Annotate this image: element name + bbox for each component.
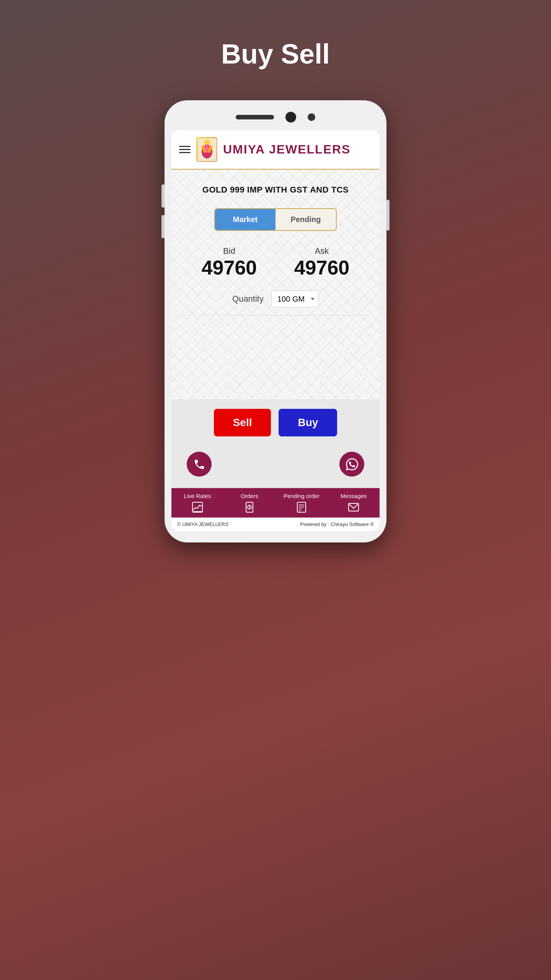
messages-icon: [348, 501, 359, 514]
nav-orders[interactable]: Orders: [223, 493, 276, 514]
quantity-select[interactable]: 100 GM 10 GM 50 GM 500 GM 1 KG: [271, 291, 319, 307]
action-buttons: Sell Buy: [183, 409, 368, 436]
powered-by: Powered by : Chirayu Software ®: [300, 521, 374, 527]
pending-order-label: Pending order: [284, 493, 320, 499]
tab-group: Market Pending: [214, 208, 337, 231]
app-header: UMIYA JEWELLERS: [171, 130, 380, 170]
bottom-nav: Live Rates Orders: [171, 488, 380, 518]
market-tab[interactable]: Market: [215, 209, 276, 230]
volume-up-button: [161, 185, 165, 207]
bid-section: Bid 49760: [183, 246, 276, 279]
phone-icon: [193, 458, 205, 470]
phone-screen: UMIYA JEWELLERS GOLD 999 IMP WITH GST AN…: [171, 130, 380, 531]
whatsapp-button[interactable]: [339, 452, 364, 477]
phone-speaker: [236, 115, 274, 119]
phone-camera: [285, 112, 296, 122]
volume-down-button: [161, 215, 165, 238]
phone-notch: [171, 112, 380, 122]
orders-label: Orders: [241, 493, 258, 499]
logo-image: [197, 138, 217, 161]
svg-line-11: [249, 507, 250, 508]
main-content: GOLD 999 IMP WITH GST AND TCS Market Pen…: [171, 170, 380, 399]
ask-label: Ask: [315, 246, 329, 256]
copyright: © UMIYA JEWELLERS: [177, 521, 228, 527]
bid-value: 49760: [202, 256, 257, 279]
svg-rect-6: [192, 502, 202, 512]
buy-button[interactable]: Buy: [279, 409, 337, 436]
brand-logo: [196, 137, 217, 162]
buttons-area: Sell Buy: [171, 399, 380, 488]
nav-messages[interactable]: Messages: [328, 493, 380, 514]
quantity-row: Quantity 100 GM 10 GM 50 GM 500 GM 1 KG: [183, 291, 368, 315]
phone-call-button[interactable]: [187, 452, 212, 477]
sell-button[interactable]: Sell: [214, 409, 271, 436]
live-rates-label: Live Rates: [184, 493, 211, 499]
bid-label: Bid: [223, 246, 235, 256]
whatsapp-icon: [346, 458, 358, 470]
bid-ask-labels: Bid 49760 Ask 49760: [183, 246, 368, 279]
nav-pending-order[interactable]: Pending order: [276, 493, 328, 514]
pending-tab[interactable]: Pending: [276, 209, 336, 230]
phone-frame: UMIYA JEWELLERS GOLD 999 IMP WITH GST AN…: [165, 100, 386, 542]
float-buttons: [183, 452, 368, 477]
ask-section: Ask 49760: [276, 246, 368, 279]
messages-label: Messages: [341, 493, 367, 499]
chart-icon: [192, 501, 203, 514]
product-title: GOLD 999 IMP WITH GST AND TCS: [183, 185, 368, 195]
nav-live-rates[interactable]: Live Rates: [171, 493, 223, 514]
quantity-label: Quantity: [232, 294, 264, 304]
svg-rect-13: [297, 502, 306, 512]
brand-name: UMIYA JEWELLERS: [223, 142, 350, 157]
orders-icon: [244, 501, 255, 514]
app-footer: © UMIYA JEWELLERS Powered by : Chirayu S…: [171, 518, 380, 531]
ask-value: 49760: [294, 256, 350, 279]
phone-front-sensor: [308, 113, 315, 121]
power-button: [386, 200, 390, 230]
menu-button[interactable]: [179, 146, 191, 153]
page-title: Buy Sell: [221, 38, 330, 70]
pending-icon: [296, 501, 307, 514]
